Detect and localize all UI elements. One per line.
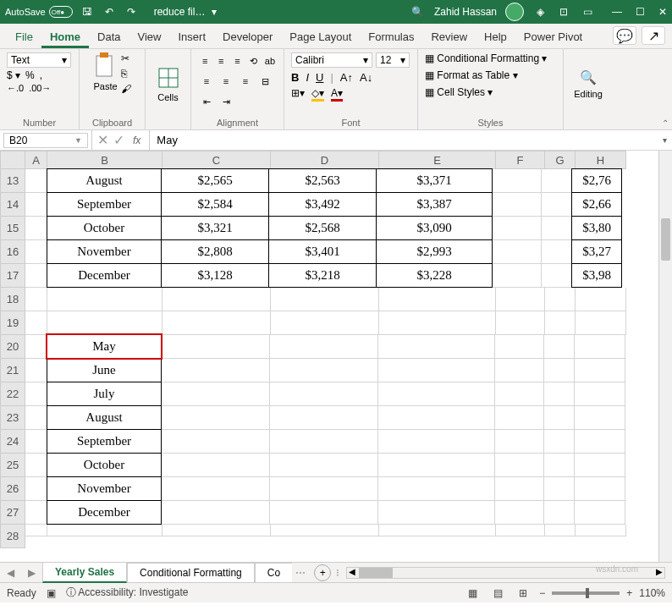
format-as-table-button[interactable]: ▦ Format as Table ▾ <box>425 69 556 81</box>
increase-indent-icon[interactable]: ⇥ <box>218 93 234 110</box>
row-header[interactable]: 27 <box>0 501 25 525</box>
col-header-B[interactable]: B <box>47 151 162 169</box>
month-cell[interactable]: December <box>47 500 162 525</box>
cell[interactable] <box>575 406 625 430</box>
redo-icon[interactable]: ↷ <box>124 4 139 19</box>
row-header[interactable]: 14 <box>0 193 25 217</box>
expand-formula-bar-icon[interactable]: ▾ <box>658 135 672 145</box>
cell[interactable] <box>544 430 575 454</box>
cell[interactable] <box>162 382 270 406</box>
month-cell[interactable]: June <box>47 358 162 382</box>
align-center-icon[interactable]: ≡ <box>218 73 234 90</box>
filename[interactable]: reduce fil… <box>154 6 206 18</box>
row-header[interactable]: 23 <box>0 406 25 430</box>
cell[interactable] <box>47 525 162 536</box>
grow-font-icon[interactable]: A↑ <box>340 71 353 84</box>
cell[interactable] <box>270 430 378 454</box>
font-name-select[interactable]: Calibri▾ <box>291 52 372 68</box>
conditional-formatting-button[interactable]: ▦ Conditional Formatting ▾ <box>425 52 556 64</box>
collapse-ribbon-icon[interactable]: ⌃ <box>662 118 669 128</box>
cell[interactable] <box>493 264 542 288</box>
ribbon-mode-icon[interactable]: ▭ <box>580 4 595 19</box>
cell[interactable] <box>25 454 47 477</box>
fill-color-icon[interactable]: ◇▾ <box>311 87 324 102</box>
currency-icon[interactable]: $ ▾ <box>7 69 20 81</box>
cell[interactable] <box>379 311 496 335</box>
cell[interactable] <box>496 311 545 335</box>
new-sheet-button[interactable]: + <box>314 564 331 581</box>
value-cell[interactable]: $3,228 <box>376 263 493 288</box>
cell[interactable] <box>25 335 47 359</box>
cell[interactable] <box>25 217 47 240</box>
shrink-font-icon[interactable]: A↓ <box>360 71 372 84</box>
tab-insert[interactable]: Insert <box>170 25 215 48</box>
col-header-H[interactable]: H <box>576 151 626 169</box>
tab-formulas[interactable]: Formulas <box>360 25 422 48</box>
row-header[interactable]: 18 <box>0 288 25 311</box>
cell[interactable] <box>495 454 544 477</box>
find-icon[interactable]: 🔍 <box>580 69 597 85</box>
align-top-icon[interactable]: ≡ <box>198 52 212 69</box>
tray-icon[interactable]: ⊡ <box>556 4 571 19</box>
tab-page-layout[interactable]: Page Layout <box>281 25 360 48</box>
cell[interactable] <box>496 525 545 536</box>
month-cell[interactable]: August <box>47 168 162 193</box>
col-header-A[interactable]: A <box>25 151 47 169</box>
sheet-nav-prev-icon[interactable]: ◀ <box>0 567 21 579</box>
formula-input[interactable]: May <box>150 134 658 146</box>
tab-developer[interactable]: Developer <box>214 25 281 48</box>
value-cell[interactable]: $3,80 <box>571 216 622 240</box>
value-cell[interactable]: $2,993 <box>376 239 493 264</box>
cell[interactable] <box>378 501 495 525</box>
cell[interactable] <box>47 311 162 335</box>
cell[interactable] <box>378 359 495 382</box>
format-painter-icon[interactable]: 🖌 <box>121 83 131 95</box>
merge-icon[interactable]: ⊟ <box>256 73 273 90</box>
cell[interactable] <box>47 288 162 311</box>
col-header-F[interactable]: F <box>496 151 545 169</box>
sheet-tab-partial[interactable]: Co <box>255 563 292 582</box>
cell[interactable] <box>270 406 378 430</box>
cell[interactable] <box>162 525 271 536</box>
close-icon[interactable]: ✕ <box>658 6 667 18</box>
tab-view[interactable]: View <box>129 25 170 48</box>
row-header[interactable]: 20 <box>0 335 25 359</box>
cell[interactable] <box>378 454 495 477</box>
font-color-icon[interactable]: A▾ <box>331 87 343 102</box>
cells-button[interactable]: Cells <box>157 92 178 102</box>
align-right-icon[interactable]: ≡ <box>237 73 254 90</box>
row-header[interactable]: 19 <box>0 311 25 335</box>
underline-button[interactable]: U <box>316 71 323 84</box>
month-cell[interactable]: August <box>47 405 162 430</box>
align-bottom-icon[interactable]: ≡ <box>230 52 244 69</box>
value-cell[interactable]: $2,568 <box>268 216 377 240</box>
cell[interactable] <box>493 193 542 217</box>
autosave-toggle[interactable]: AutoSave Off● <box>5 6 73 18</box>
cell[interactable] <box>25 525 47 536</box>
value-cell[interactable]: $3,27 <box>571 239 622 264</box>
cell[interactable] <box>575 477 625 501</box>
sheet-tab-conditional-formatting[interactable]: Conditional Formatting <box>127 563 255 582</box>
cell[interactable] <box>378 335 495 359</box>
toggle-off-icon[interactable]: Off● <box>49 6 73 18</box>
month-cell[interactable]: December <box>47 263 162 288</box>
cell[interactable] <box>25 240 47 264</box>
cell[interactable] <box>162 359 270 382</box>
cell[interactable] <box>25 477 47 501</box>
cell[interactable] <box>545 311 576 335</box>
wrap-text-icon[interactable]: ab <box>263 52 277 69</box>
cell[interactable] <box>495 406 544 430</box>
copy-icon[interactable]: ⎘ <box>121 68 131 80</box>
value-cell[interactable]: $3,090 <box>376 216 493 240</box>
cell[interactable] <box>575 335 625 359</box>
value-cell[interactable]: $2,565 <box>161 168 269 193</box>
cell[interactable] <box>271 525 379 536</box>
cell[interactable] <box>271 311 379 335</box>
tab-file[interactable]: File <box>7 25 41 48</box>
cell[interactable] <box>162 311 271 335</box>
row-header[interactable]: 24 <box>0 430 25 454</box>
align-middle-icon[interactable]: ≡ <box>214 52 228 69</box>
cell[interactable] <box>379 288 496 311</box>
cell[interactable] <box>25 193 47 217</box>
month-cell[interactable]: July <box>47 382 162 406</box>
